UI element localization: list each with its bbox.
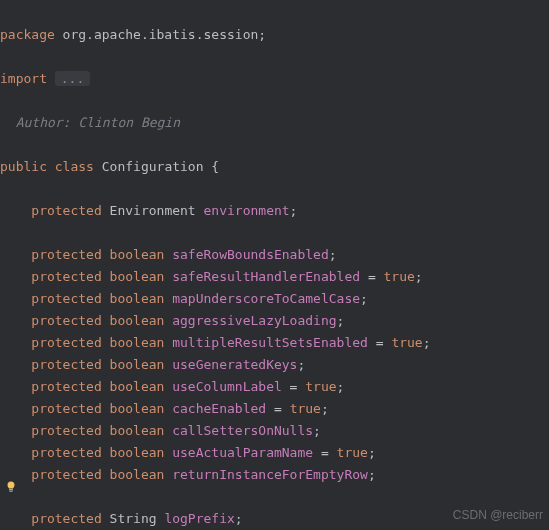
svg-rect-1 [9,491,12,492]
author-comment: Author: Clinton Begin [0,115,180,130]
field-logPrefix: protected String logPrefix; [0,511,243,526]
field-returnInstanceForEmptyRow: protected boolean returnInstanceForEmpty… [0,467,376,482]
field-useActualParamName: protected boolean useActualParamName = t… [0,445,376,460]
svg-rect-0 [9,489,13,490]
field-environment: protected Environment environment; [0,203,297,218]
code-editor[interactable]: package org.apache.ibatis.session; impor… [0,0,549,530]
field-cacheEnabled: protected boolean cacheEnabled = true; [0,401,329,416]
field-aggressiveLazyLoading: protected boolean aggressiveLazyLoading; [0,313,344,328]
package-line: package org.apache.ibatis.session; [0,27,266,42]
field-multipleResultSetsEnabled: protected boolean multipleResultSetsEnab… [0,335,431,350]
field-safeRowBoundsEnabled: protected boolean safeRowBoundsEnabled; [0,247,337,262]
watermark: CSDN @reciberr [453,504,543,526]
field-callSettersOnNulls: protected boolean callSettersOnNulls; [0,423,321,438]
field-useColumnLabel: protected boolean useColumnLabel = true; [0,379,344,394]
keyword-import: import [0,71,47,86]
package-name: org.apache.ibatis.session; [55,27,266,42]
class-decl: public class Configuration { [0,159,219,174]
import-line: import ... [0,71,90,86]
intention-bulb-icon[interactable] [4,480,18,494]
import-fold[interactable]: ... [55,71,90,86]
comment-text: Author: Clinton Begin [16,115,180,130]
field-useGeneratedKeys: protected boolean useGeneratedKeys; [0,357,305,372]
keyword-package: package [0,27,55,42]
field-safeResultHandlerEnabled: protected boolean safeResultHandlerEnabl… [0,269,423,284]
field-mapUnderscoreToCamelCase: protected boolean mapUnderscoreToCamelCa… [0,291,368,306]
